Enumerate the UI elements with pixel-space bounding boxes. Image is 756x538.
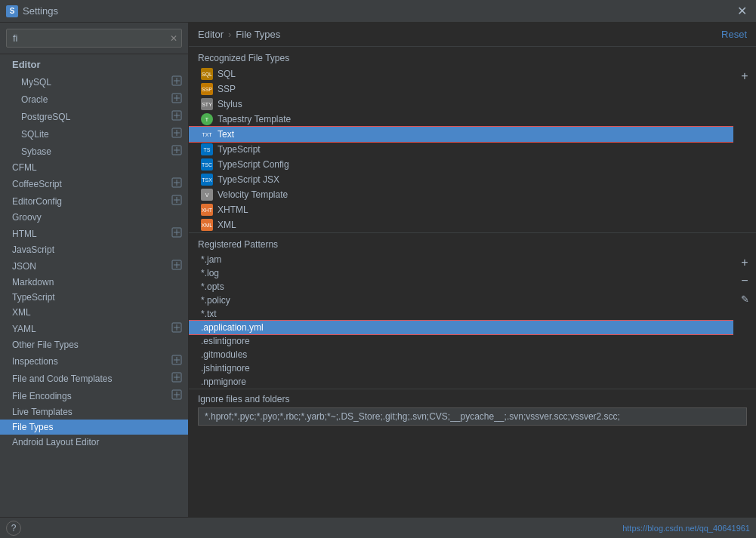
sidebar-item-arrow	[171, 372, 182, 385]
edit-pattern-button[interactable]: ✎	[736, 291, 753, 307]
ignore-input[interactable]	[198, 407, 747, 426]
pattern-item-opts[interactable]: *.opts	[189, 280, 733, 294]
pattern-label: .eslintignore	[201, 336, 250, 346]
sidebar-item-arrow	[171, 128, 182, 140]
pattern-item-jshintignore[interactable]: .jshintignore	[189, 361, 733, 375]
pattern-item-policy[interactable]: *.policy	[189, 294, 733, 307]
file-type-label: XML	[218, 220, 236, 230]
sidebar-item-arrow	[171, 195, 182, 208]
file-type-icon: STY	[201, 98, 213, 110]
sidebar-item-file-encodings[interactable]: File Encodings	[0, 387, 188, 404]
help-button[interactable]: ?	[6, 521, 21, 536]
pattern-item-jam[interactable]: *.jam	[189, 253, 733, 266]
file-type-xhtml[interactable]: XHTXHTML	[189, 202, 733, 217]
file-type-icon: TSC	[201, 158, 213, 171]
patterns-section-label: Registered Patterns	[189, 233, 756, 253]
file-type-icon: XML	[201, 219, 213, 231]
file-type-icon: SQL	[201, 68, 213, 80]
search-input[interactable]	[6, 29, 182, 48]
sidebar-item-postgresql[interactable]: PostgreSQL	[0, 108, 188, 125]
sidebar-item-label: Live Templates	[12, 407, 73, 417]
sidebar-item-arrow	[171, 322, 182, 335]
file-type-typescript-jsx[interactable]: TSXTypeScript JSX	[189, 172, 733, 187]
file-type-label: Tapestry Template	[218, 114, 291, 125]
close-button[interactable]: ✕	[734, 4, 750, 18]
sidebar-item-xml[interactable]: XML	[0, 305, 188, 320]
sidebar-item-inspections[interactable]: Inspections	[0, 352, 188, 370]
file-type-xml[interactable]: XMLXML	[189, 217, 733, 232]
pattern-item-applicationyml[interactable]: .application.yml	[189, 321, 733, 334]
sidebar-item-label: JSON	[12, 261, 36, 272]
sidebar-item-sybase[interactable]: Sybase	[0, 143, 188, 160]
sidebar-item-file-and-code-templates[interactable]: File and Code Templates	[0, 370, 188, 387]
pattern-item-txt[interactable]: *.txt	[189, 307, 733, 321]
sidebar-item-label: MySQL	[21, 77, 51, 88]
pattern-item-gitmodules[interactable]: .gitmodules	[189, 348, 733, 361]
main-content: ✕ Editor MySQLOraclePostgreSQLSQLiteSyba…	[0, 23, 756, 517]
file-type-label: TypeScript	[218, 144, 261, 155]
recognized-section-label: Recognized File Types	[189, 47, 756, 66]
sidebar-item-label: XML	[12, 307, 31, 318]
pattern-item-eslintignore[interactable]: .eslintignore	[189, 334, 733, 348]
sidebar-item-yaml[interactable]: YAML	[0, 320, 188, 337]
pattern-label: .application.yml	[201, 322, 264, 333]
sidebar-item-markdown[interactable]: Markdown	[0, 275, 188, 290]
file-type-sql[interactable]: SQLSQL	[189, 66, 733, 81]
pattern-item-npmignore[interactable]: .npmignore	[189, 375, 733, 389]
sidebar-item-arrow	[171, 177, 182, 190]
window-title: Settings	[23, 5, 734, 17]
breadcrumb-separator: ›	[228, 29, 231, 40]
sidebar-item-file-types[interactable]: File Types	[0, 420, 188, 435]
sidebar-item-arrow	[171, 227, 182, 240]
sidebar-item-arrow	[171, 75, 182, 88]
breadcrumb: Editor › File Types Reset	[189, 23, 756, 47]
file-type-label: TypeScript Config	[218, 159, 289, 170]
file-type-stylus[interactable]: STYStylus	[189, 97, 733, 112]
sidebar-item-live-templates[interactable]: Live Templates	[0, 404, 188, 420]
file-type-icon: TSX	[201, 174, 213, 186]
file-type-label: XHTML	[218, 204, 248, 215]
sidebar-item-html[interactable]: HTML	[0, 225, 188, 242]
file-type-icon: TXT	[201, 128, 213, 140]
file-type-label: SQL	[218, 69, 236, 79]
sidebar-item-android-layout-editor[interactable]: Android Layout Editor	[0, 435, 188, 450]
file-type-label: Stylus	[218, 99, 242, 109]
pattern-label: *.txt	[201, 309, 217, 319]
sidebar-item-json[interactable]: JSON	[0, 257, 188, 275]
sidebar-item-coffeescript[interactable]: CoffeeScript	[0, 175, 188, 192]
patterns-container: *.jam*.log*.opts*.policy*.txt.applicatio…	[189, 253, 733, 389]
file-type-typescript[interactable]: TSTypeScript	[189, 142, 733, 157]
url-label: https://blog.csdn.net/qq_40641961	[622, 524, 750, 533]
sidebar-item-sqlite[interactable]: SQLite	[0, 125, 188, 143]
sidebar-item-other-file-types[interactable]: Other File Types	[0, 337, 188, 352]
file-type-typescript-config[interactable]: TSCTypeScript Config	[189, 157, 733, 172]
pattern-item-log[interactable]: *.log	[189, 266, 733, 280]
sidebar-item-typescript[interactable]: TypeScript	[0, 290, 188, 305]
sidebar-item-mysql[interactable]: MySQL	[0, 73, 188, 91]
file-type-text[interactable]: TXTText	[189, 127, 733, 142]
file-type-velocity-template[interactable]: VVelocity Template	[189, 187, 733, 202]
file-types-container: SQLSQLSSPSSPSTYStylusTTapestry TemplateT…	[189, 66, 733, 232]
file-type-tapestry-template[interactable]: TTapestry Template	[189, 112, 733, 127]
add-filetype-button[interactable]: +	[736, 68, 753, 85]
add-pattern-button[interactable]: +	[736, 254, 753, 271]
patterns-action-buttons: + − ✎	[733, 253, 756, 389]
sidebar-item-label: File and Code Templates	[12, 374, 113, 384]
sidebar-item-label: Inspections	[12, 356, 58, 367]
sidebar-item-cfml[interactable]: CFML	[0, 160, 188, 175]
search-clear-button[interactable]: ✕	[170, 33, 177, 44]
sidebar-item-groovy[interactable]: Groovy	[0, 210, 188, 225]
file-type-ssp[interactable]: SSPSSP	[189, 81, 733, 97]
sidebar-item-editorconfig[interactable]: EditorConfig	[0, 192, 188, 210]
patterns-list-area: *.jam*.log*.opts*.policy*.txt.applicatio…	[189, 253, 733, 389]
sidebar-item-javascript[interactable]: JavaScript	[0, 242, 188, 257]
sidebar-item-arrow	[171, 110, 182, 123]
file-type-label: TypeScript JSX	[218, 174, 279, 185]
sidebar-item-oracle[interactable]: Oracle	[0, 91, 188, 108]
reset-button[interactable]: Reset	[721, 29, 747, 40]
file-type-label: SSP	[218, 84, 236, 94]
search-wrapper: ✕	[6, 29, 182, 48]
breadcrumb-filetypes: File Types	[236, 29, 280, 40]
sidebar-item-label: CoffeeScript	[12, 179, 62, 189]
remove-pattern-button[interactable]: −	[736, 272, 753, 289]
